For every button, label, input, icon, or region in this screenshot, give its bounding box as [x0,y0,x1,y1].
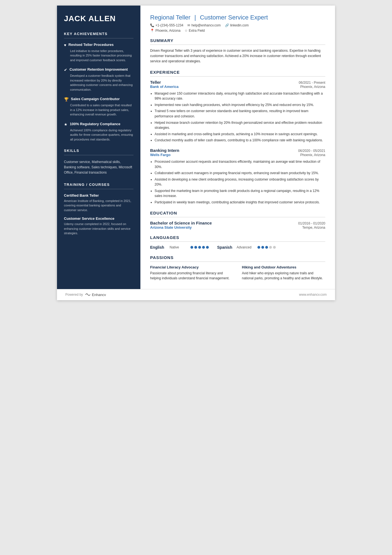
lang-spanish: Spanish Advanced [217,245,276,250]
sidebar: JACK ALLEN KEY ACHIEVEMENTS ♥ Revised Te… [57,6,140,289]
passion-title-2: Hiking and Outdoor Adventures [242,265,325,269]
exp-dates-2: 06/2020 - 05/2021 [298,149,325,153]
exp-company-row-2: Wells Fargo Phoenix, Arizona [150,153,325,157]
skills-text: Customer service, Mathematical skills, B… [64,159,133,176]
lang-level-english: Native [170,245,188,249]
dot-3 [198,246,201,249]
logo-svg [85,293,91,296]
passions-divider [150,262,325,262]
bullet-1-4: Helped increase branch customer retentio… [155,120,325,130]
lang-dots-english [190,246,209,249]
achievement-title-4: 100% Regulatory Compliance [70,122,120,127]
achievement-desc-4: Achieved 100% compliance during regulato… [64,128,133,142]
bullet-2-1: Processed customer account requests and … [155,159,325,169]
exp-role-2: Banking Intern [150,148,179,153]
brand-name: Enhancv [92,293,106,297]
passions-row: Financial Literacy Advocacy Passionate a… [150,265,325,281]
languages-divider [150,241,325,242]
lang-name-english: English [150,245,167,250]
passions-heading: PASSIONS [150,255,325,260]
bullet-1-1: Managed over 150 customer interactions d… [155,91,325,101]
bullet-2-5: Participated in weekly team meetings, co… [155,200,325,205]
contact-row: 📞 +1-(234)-555-1234 ✉ help@enhancv.com 🔗… [150,23,325,27]
main-content: Regional Teller | Customer Service Exper… [140,6,335,289]
email-icon: ✉ [187,23,190,27]
lang-name-spanish: Spanish [217,245,234,250]
dot-s1 [257,246,260,249]
lang-dots-spanish [257,246,276,249]
specialization-title: Customer Service Expert [200,14,268,21]
training-desc-1: American Institute of Banking, completed… [64,199,133,213]
achievement-header-1: ♥ Revised Teller Procedures [64,43,133,47]
exp-company-1: Bank of America [150,85,178,89]
bullet-2-3: Assisted in developing a new client onbo… [155,177,325,187]
achievement-icon-2: ✔ [64,68,67,72]
education-divider [150,217,325,217]
resume-wrapper: JACK ALLEN KEY ACHIEVEMENTS ♥ Revised Te… [57,6,335,300]
achievement-title-1: Revised Teller Procedures [68,43,113,47]
exp-header-2: Banking Intern 06/2020 - 05/2021 [150,148,325,153]
training-title-2: Customer Service Excellence [64,216,133,221]
training-divider [64,189,133,189]
exp-company-2: Wells Fargo [150,153,170,157]
contact-linkedin: 🔗 linkedin.com [225,23,249,27]
main-header: Regional Teller | Customer Service Exper… [150,14,325,33]
location-text: Phoenix, Arizona [155,29,180,33]
bullet-1-6: Conducted monthly audits of teller cash … [155,138,325,143]
languages-heading: LANGUAGES [150,235,325,240]
languages-row: English Native Spanish Advanced [150,245,325,250]
achievements-divider [64,38,133,38]
training-item-1: Certified Bank Teller American Institute… [64,193,133,213]
footer-url: www.enhancv.com [299,293,327,297]
contact-phone: 📞 +1-(234)-555-1234 [150,23,183,27]
achievements-heading: KEY ACHIEVEMENTS [64,32,133,36]
exp-dates-1: 06/2021 - Present [299,81,325,85]
achievement-icon-4: ★ [64,122,68,127]
achievement-title-3: Sales Campaign Contributor [71,97,120,102]
edu-header-1: Bachelor of Science in Finance 01/2016 -… [150,221,325,225]
linkedin-text: linkedin.com [230,23,249,27]
edu-location-1: Tempe, Arizona [302,226,325,230]
phone-icon: 📞 [150,23,154,27]
dot-4 [202,246,205,249]
dot-s2 [261,246,264,249]
achievement-header-2: ✔ Customer Retention Improvement [64,67,133,72]
extra-text: Extra Field [189,29,205,33]
achievements-list: ♥ Revised Teller Procedures Led initiati… [64,43,133,142]
edu-school-1: Arizona State University [150,225,192,230]
skills-divider [64,155,133,155]
bullet-1-2: Implemented new cash handling procedures… [155,102,325,108]
summary-text: Driven Regional Teller with 3 years of e… [150,48,325,64]
achievement-desc-3: Contributed to a sales campaign that res… [64,103,133,117]
contact-extra: ☆ Extra Field [185,29,205,33]
main-title: Regional Teller | Customer Service Exper… [150,14,325,21]
training-heading: TRAINING / COURSES [64,182,133,187]
footer-powered: Powered by Enhancv [65,293,106,297]
contact-row-2: 📍 Phoenix, Arizona ☆ Extra Field [150,29,325,33]
extra-icon: ☆ [185,29,188,33]
passion-item-2: Hiking and Outdoor Adventures Avid hiker… [242,265,325,281]
exp-bullets-1: Managed over 150 customer interactions d… [150,91,325,143]
edu-school-row-1: Arizona State University Tempe, Arizona [150,225,325,230]
achievement-item-1: ♥ Revised Teller Procedures Led initiati… [64,43,133,63]
contact-email: ✉ help@enhancv.com [187,23,220,27]
bullet-2-2: Collaborated with account managers in pr… [155,171,325,176]
bullet-2-4: Supported the marketing team in promotin… [155,188,325,199]
dot-s3 [265,246,268,249]
exp-role-1: Teller [150,80,161,85]
achievement-item-2: ✔ Customer Retention Improvement Develop… [64,67,133,92]
education-heading: EDUCATION [150,211,325,215]
achievement-header-3: 🏆 Sales Campaign Contributor [64,97,133,102]
powered-by-text: Powered by [65,293,83,297]
passion-desc-1: Passionate about promoting financial lit… [150,271,234,281]
achievement-desc-1: Led initiative to revise teller procedur… [64,49,133,63]
lang-english: English Native [150,245,209,250]
exp-company-row-1: Bank of America Phoenix, Arizona [150,85,325,89]
phone-text: +1-(234)-555-1234 [155,23,183,27]
achievement-item-3: 🏆 Sales Campaign Contributor Contributed… [64,97,133,117]
skills-heading: SKILLS [64,149,133,153]
exp-location-1: Phoenix, Arizona [300,85,325,89]
lang-level-spanish: Advanced [237,245,255,249]
dot-1 [190,246,193,249]
dot-s5 [273,246,276,249]
